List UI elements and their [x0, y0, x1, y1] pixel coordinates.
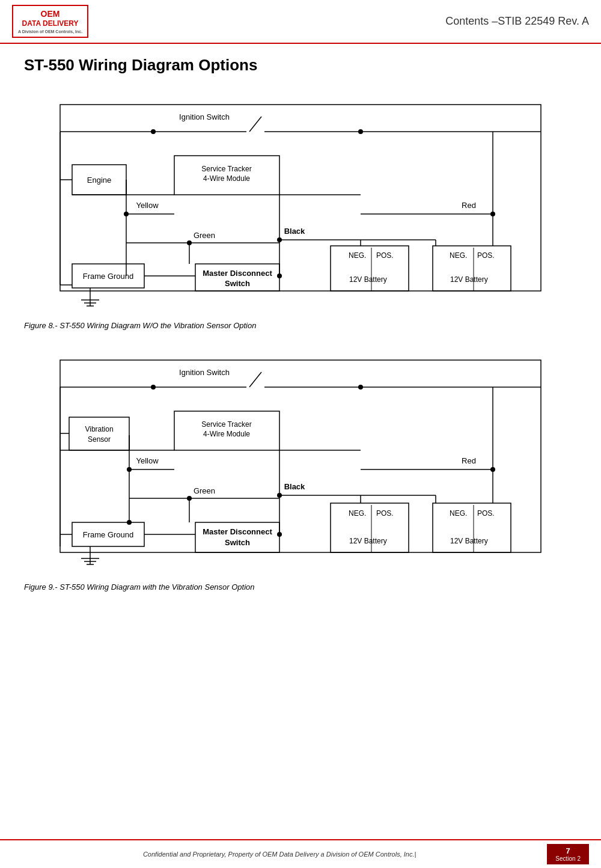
footer-page-number: 7 Section 2 — [547, 844, 589, 864]
figure-1-caption: Figure 8.- ST-550 Wiring Diagram W/O the… — [24, 321, 577, 330]
svg-text:NEG.: NEG. — [450, 509, 467, 518]
svg-text:Yellow: Yellow — [136, 456, 159, 465]
wiring-diagram-2: Vibration Sensor Service Tracker 4-Wire … — [42, 342, 559, 576]
svg-rect-67 — [69, 417, 129, 450]
logo-data-delivery: DATA DELIVERY — [18, 19, 82, 29]
svg-text:Switch: Switch — [225, 279, 250, 288]
svg-text:Black: Black — [284, 482, 305, 491]
page-header: OEM DATA DELIVERY A Division of OEM Cont… — [0, 0, 601, 44]
footer-confidential: Confidential and Proprietary, Property o… — [12, 851, 547, 858]
main-content: ST-550 Wiring Diagram Options Engine Ser… — [0, 44, 601, 616]
svg-text:4-Wire Module: 4-Wire Module — [203, 430, 250, 438]
wiring-diagram-1: Engine Service Tracker 4-Wire Module Ign… — [42, 87, 559, 315]
svg-text:Service Tracker: Service Tracker — [201, 420, 251, 429]
svg-text:Switch: Switch — [225, 538, 250, 547]
svg-text:POS.: POS. — [376, 509, 394, 518]
svg-text:NEG.: NEG. — [349, 251, 366, 260]
svg-text:4-Wire Module: 4-Wire Module — [203, 174, 250, 183]
svg-line-74 — [249, 372, 261, 387]
section-label: Section 2 — [555, 855, 581, 862]
svg-text:NEG.: NEG. — [349, 509, 366, 518]
svg-text:Green: Green — [194, 231, 215, 240]
document-title: Contents –STIB 22549 Rev. A — [445, 15, 589, 28]
svg-text:12V Battery: 12V Battery — [450, 537, 488, 545]
svg-text:Red: Red — [462, 456, 476, 465]
svg-line-7 — [249, 117, 261, 132]
svg-text:Green: Green — [194, 486, 215, 495]
svg-text:Yellow: Yellow — [136, 201, 159, 210]
page-number: 7 — [555, 846, 581, 855]
svg-text:12V Battery: 12V Battery — [349, 537, 387, 545]
diagram-1: Engine Service Tracker 4-Wire Module Ign… — [24, 87, 577, 315]
svg-text:Ignition Switch: Ignition Switch — [179, 368, 230, 377]
logo-oem: OEM — [18, 8, 82, 19]
page-footer: Confidential and Proprietary, Property o… — [0, 839, 601, 868]
svg-text:Frame Ground: Frame Ground — [83, 530, 134, 539]
page-title: ST-550 Wiring Diagram Options — [24, 56, 577, 75]
svg-text:Vibration: Vibration — [85, 425, 113, 433]
logo-area: OEM DATA DELIVERY A Division of OEM Cont… — [12, 5, 88, 38]
svg-text:Master Disconnect: Master Disconnect — [203, 269, 272, 278]
svg-text:Master Disconnect: Master Disconnect — [203, 527, 272, 536]
figure-2-caption: Figure 9.- ST-550 Wiring Diagram with th… — [24, 582, 577, 591]
diagram-2: Vibration Sensor Service Tracker 4-Wire … — [24, 342, 577, 576]
svg-text:Engine: Engine — [87, 176, 111, 185]
logo-division: A Division of OEM Controls, Inc. — [18, 29, 82, 34]
svg-text:12V Battery: 12V Battery — [450, 275, 488, 284]
svg-point-128 — [127, 520, 132, 525]
svg-text:Ignition Switch: Ignition Switch — [179, 112, 230, 121]
svg-rect-42 — [433, 246, 511, 291]
svg-text:POS.: POS. — [477, 509, 495, 518]
svg-text:Red: Red — [462, 201, 476, 210]
svg-point-25 — [187, 240, 192, 245]
company-logo: OEM DATA DELIVERY A Division of OEM Cont… — [12, 5, 88, 38]
svg-point-93 — [187, 496, 192, 501]
svg-text:POS.: POS. — [376, 251, 394, 260]
svg-text:Sensor: Sensor — [88, 435, 111, 444]
svg-rect-0 — [60, 105, 541, 291]
svg-rect-37 — [331, 246, 409, 291]
svg-text:NEG.: NEG. — [450, 251, 467, 260]
svg-text:12V Battery: 12V Battery — [349, 275, 387, 284]
svg-text:Black: Black — [284, 227, 305, 236]
svg-text:POS.: POS. — [477, 251, 495, 260]
svg-text:Service Tracker: Service Tracker — [201, 165, 251, 173]
